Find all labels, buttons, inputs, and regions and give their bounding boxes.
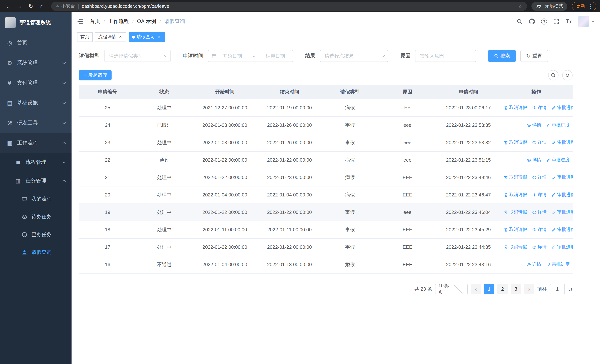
goto-page-input[interactable] [550, 284, 565, 294]
breadcrumb-item[interactable]: 工作流程 [108, 18, 129, 25]
page-button-3[interactable]: 3 [511, 284, 521, 294]
progress-link[interactable]: 审批进度 [552, 192, 572, 198]
browser-forward-button[interactable]: → [15, 1, 24, 11]
table-row[interactable]: 20 处理中 2022-01-04 00:00:00 2022-01-04 00… [79, 186, 572, 204]
cell-apply-no: 17 [79, 238, 136, 256]
tab-leave-query[interactable]: 请假查询 × [129, 32, 165, 42]
sidebar-item-devtools[interactable]: ⚒ 研发工具 [0, 113, 72, 133]
detail-link[interactable]: 详情 [532, 244, 547, 250]
header-search-button[interactable] [517, 19, 523, 24]
sidebar-toggle-button[interactable] [77, 18, 84, 25]
cancel-leave-link[interactable]: 取消请假 [504, 139, 527, 146]
date-range-picker[interactable]: - [208, 50, 293, 62]
progress-link[interactable]: 审批进度 [552, 104, 572, 111]
sidebar-item-todo-tasks[interactable]: 待办任务 [0, 208, 72, 226]
text-size-icon-small: T [569, 20, 572, 24]
search-button[interactable]: 搜索 [488, 50, 516, 62]
leave-type-select[interactable]: 请选择请假类型 [104, 50, 171, 62]
fullscreen-button[interactable] [553, 19, 559, 24]
progress-link[interactable]: 审批进度 [546, 157, 570, 163]
table-row[interactable]: 25 处理中 2021-12-27 00:00:00 2022-01-19 00… [79, 99, 572, 116]
close-icon[interactable]: × [118, 34, 123, 39]
detail-link[interactable]: 详情 [527, 261, 541, 268]
browser-menu-icon[interactable]: ⋮ [587, 3, 594, 9]
progress-link[interactable]: 审批进度 [546, 122, 570, 128]
breadcrumb-item[interactable]: OA 示例 [137, 18, 156, 25]
progress-link[interactable]: 审批进度 [552, 174, 572, 180]
sidebar-item-process-management[interactable]: ≡ 流程管理 [0, 153, 72, 172]
table-row[interactable]: 24 已取消 2022-01-03 00:00:00 2022-01-26 00… [79, 116, 572, 134]
sidebar-item-done-tasks[interactable]: 已办任务 [0, 226, 72, 243]
tab-process-detail[interactable]: 流程详情 × [95, 32, 126, 42]
security-chip[interactable]: ⚠ 不安全 [56, 3, 75, 9]
cancel-leave-link[interactable]: 取消请假 [504, 209, 527, 215]
toggle-search-button[interactable] [548, 70, 559, 80]
cancel-leave-link[interactable]: 取消请假 [504, 244, 527, 250]
progress-link[interactable]: 审批进度 [552, 139, 572, 146]
eye-icon [532, 227, 537, 232]
prev-page-button[interactable]: ‹ [471, 284, 481, 294]
sidebar-item-leave-query[interactable]: 请假查询 [0, 243, 72, 261]
help-button[interactable]: ? [541, 19, 547, 24]
page-button-1[interactable]: 1 [484, 284, 494, 294]
browser-update-button[interactable]: 更新 ⋮ [572, 2, 596, 10]
page-size-select[interactable]: 10条/页 [435, 284, 468, 294]
detail-link[interactable]: 详情 [532, 139, 547, 146]
detail-link[interactable]: 详情 [532, 226, 547, 233]
close-icon[interactable]: × [156, 34, 162, 39]
next-page-button[interactable]: › [524, 284, 534, 294]
sidebar-item-my-process[interactable]: 我的流程 [0, 190, 72, 208]
table-row[interactable]: 21 处理中 2022-01-22 00:00:00 2022-01-23 00… [79, 169, 572, 186]
sidebar-item-workflow[interactable]: ▣ 工作流程 [0, 133, 72, 153]
result-select[interactable]: 请选择流结果 [320, 50, 388, 62]
github-link[interactable] [529, 19, 535, 24]
progress-link[interactable]: 审批进度 [546, 261, 570, 268]
app-logo[interactable]: 芋道管理系统 [0, 12, 72, 33]
detail-link[interactable]: 详情 [532, 209, 547, 215]
table-row[interactable]: 19 处理中 2022-01-22 00:00:00 2022-01-22 00… [79, 204, 572, 221]
sidebar-item-infrastructure[interactable]: ▤ 基础设施 [0, 93, 72, 113]
table-row[interactable]: 17 处理中 2022-01-22 00:00:00 2022-01-22 00… [79, 238, 572, 256]
table-row[interactable]: 22 通过 2022-01-22 00:00:00 2022-01-22 00:… [79, 151, 572, 169]
progress-link[interactable]: 审批进度 [552, 209, 572, 215]
detail-link[interactable]: 详情 [532, 174, 547, 180]
page-button-2[interactable]: 2 [497, 284, 508, 294]
breadcrumb-item[interactable]: 首页 [90, 18, 100, 25]
table-row[interactable]: 23 处理中 2022-01-03 00:00:00 2022-01-26 00… [79, 134, 572, 151]
cell-end-time: 2022-01-04 00:00:00 [257, 186, 322, 204]
cancel-leave-link[interactable]: 取消请假 [504, 226, 527, 233]
refresh-table-button[interactable]: ↻ [562, 70, 572, 80]
detail-link[interactable]: 详情 [532, 104, 547, 111]
reset-button[interactable]: ↻ 重置 [520, 50, 548, 62]
bookmark-star-icon[interactable]: ☆ [518, 3, 523, 9]
tab-label: 首页 [80, 34, 89, 40]
reason-input[interactable] [415, 50, 476, 62]
progress-link[interactable]: 审批进度 [552, 226, 572, 233]
end-date-input[interactable] [261, 53, 290, 59]
apply-time-label: 申请时间 [183, 53, 204, 59]
sidebar-item-payment[interactable]: ¥ 支付管理 [0, 73, 72, 93]
table-row[interactable]: 18 处理中 2022-01-11 00:00:00 2022-01-11 00… [79, 221, 572, 238]
font-size-button[interactable]: T T [566, 19, 572, 24]
cell-leave-type: 事假 [322, 116, 378, 134]
browser-back-button[interactable]: ← [4, 1, 13, 11]
table-row[interactable]: 16 不通过 2022-01-04 00:00:00 2022-01-13 00… [79, 256, 572, 273]
create-leave-button[interactable]: + 发起请假 [79, 70, 112, 80]
tab-home[interactable]: 首页 [77, 32, 93, 42]
browser-home-button[interactable]: ⌂ [37, 1, 47, 11]
sidebar-item-system[interactable]: ⚙ 系统管理 [0, 53, 72, 73]
sidebar-item-task-management[interactable]: ▥ 任务管理 [0, 172, 72, 190]
start-date-input[interactable] [218, 53, 246, 59]
browser-reload-button[interactable]: ↻ [26, 1, 36, 11]
detail-link[interactable]: 详情 [532, 192, 547, 198]
address-bar[interactable]: ⚠ 不安全 dashboard.yudao.iocoder.cn/bpm/oa/… [51, 2, 527, 10]
cancel-leave-link[interactable]: 取消请假 [504, 174, 527, 180]
progress-link[interactable]: 审批进度 [552, 244, 572, 250]
detail-link[interactable]: 详情 [527, 122, 541, 128]
detail-link[interactable]: 详情 [527, 157, 541, 163]
user-menu[interactable] [578, 16, 594, 27]
cancel-leave-link[interactable]: 取消请假 [504, 192, 527, 198]
cancel-leave-link[interactable]: 取消请假 [504, 104, 527, 111]
cell-reason: eee [378, 116, 437, 134]
sidebar-item-home[interactable]: ◎ 首页 [0, 33, 72, 53]
